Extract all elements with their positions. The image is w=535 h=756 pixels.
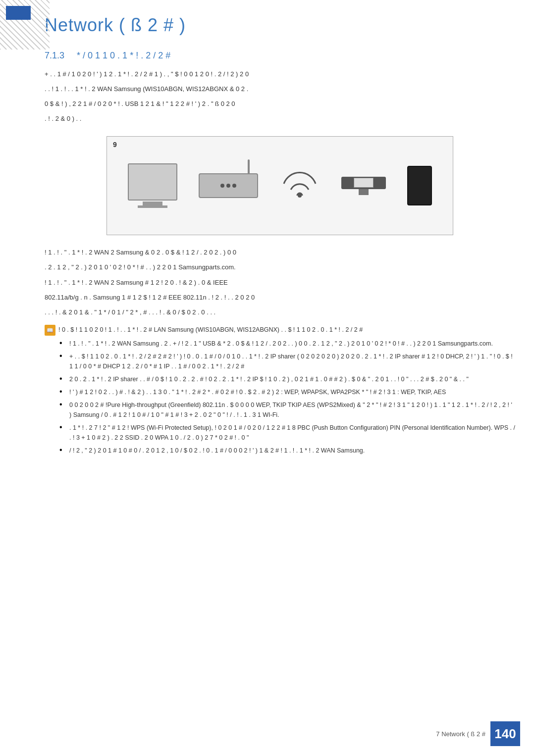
monitor-base bbox=[143, 202, 162, 205]
paragraph-9: . . . ! . & 2 0 1 & . " 1 * / 0 1 / " 2 … bbox=[45, 307, 515, 318]
router-lights bbox=[220, 184, 236, 188]
note-item-3: • + . . $ ! 1 1 0 2 . 0 . 1 * ! . 2 / 2 … bbox=[59, 352, 515, 371]
note-bullet-8: • bbox=[59, 446, 69, 454]
usb-dongle-icon bbox=[341, 177, 386, 195]
note-icon-1: 📖 bbox=[45, 325, 55, 336]
note-item-5: • ! ' ) # 1 2 ! 0 2 . . ) # . ! & 2 ) . … bbox=[59, 387, 515, 397]
note-text-5: ! ' ) # 1 2 ! 0 2 . . ) # . ! & 2 ) . . … bbox=[69, 387, 515, 397]
note-text-8: / ! 2 , " 2 ) 2 0 1 # 1 0 # 0 / . 2 0 1 … bbox=[69, 446, 515, 455]
router-light-1 bbox=[220, 184, 224, 188]
paragraph-2: . . ! 1 . ! . . 1 * ! . 2 WAN Samsung (W… bbox=[45, 84, 515, 95]
section-heading: 7.1.3 * / 0 1 1 0 . 1 * ! . 2 / 2 # bbox=[45, 50, 515, 61]
note-bullet-3: • bbox=[59, 352, 69, 360]
wifi-signal-icon bbox=[280, 166, 320, 205]
note-text-4: 2 0 . 2 . 1 * ! . 2 IP sharer . . # / 0 … bbox=[69, 374, 515, 384]
paragraph-8: 802.11a/b/g . n . Samsung 1 # 1 2 $ ! 1 … bbox=[45, 292, 515, 303]
note-bullet-6: • bbox=[59, 400, 69, 409]
note-bullet-2: • bbox=[59, 339, 69, 348]
router-antenna bbox=[248, 159, 250, 174]
usb-connector bbox=[359, 189, 369, 195]
usb-screen bbox=[354, 178, 374, 188]
router-icon bbox=[199, 173, 258, 198]
svg-point-0 bbox=[298, 194, 302, 198]
page-title: Network ( ß 2 # ) bbox=[45, 15, 515, 36]
paragraph-3: 0 $ & ! ) , 2 2 1 # / 0 2 0 * ! . USB 1 … bbox=[45, 99, 515, 109]
usb-body bbox=[341, 177, 386, 189]
section-number: 7.1.3 bbox=[45, 50, 64, 60]
page-footer: 7 Network ( ß 2 # 140 bbox=[436, 721, 520, 746]
note-text-3: + . . $ ! 1 1 0 2 . 0 . 1 * ! . 2 / 2 # … bbox=[69, 352, 515, 371]
paragraph-7: ! 1 . ! . " . 1 * ! . 2 WAN 2 Samsung # … bbox=[45, 277, 515, 288]
note-text-1: ! 0 . $ ! 1 1 0 2 0 ! 1 . ! . . 1 * ! . … bbox=[58, 325, 515, 335]
note-item-6: • 0 0 2 0 0 2 # !Pure High-throughput (G… bbox=[59, 400, 515, 420]
footer-text: 7 Network ( ß 2 # bbox=[436, 730, 485, 738]
note-bullet-4: • bbox=[59, 374, 69, 383]
note-item-4: • 2 0 . 2 . 1 * ! . 2 IP sharer . . # / … bbox=[59, 374, 515, 384]
note-text-6: 0 0 2 0 0 2 # !Pure High-throughput (Gre… bbox=[69, 400, 515, 420]
paragraph-6: . 2 . 1 2 , " 2 . ) 2 0 1 0 ' 0 2 ! 0 * … bbox=[45, 262, 515, 273]
diagram-image: 9 bbox=[107, 136, 453, 235]
router-light-2 bbox=[226, 184, 230, 188]
monitor-screen bbox=[128, 163, 177, 201]
router-light-3 bbox=[232, 184, 236, 188]
paragraph-1: + . . 1 # / 1 0 2 0 ! ' ) 1 2 . 1 * ! . … bbox=[45, 69, 515, 80]
note-bullet-7: • bbox=[59, 423, 69, 432]
note-item-2: • ! 1 . ! . " . 1 * ! . 2 WAN Samsung . … bbox=[59, 339, 515, 349]
paragraph-5: ! 1 . ! . " . 1 * ! . 2 WAN 2 Samsung & … bbox=[45, 247, 515, 258]
note-text-2: ! 1 . ! . " . 1 * ! . 2 WAN Samsung . 2 … bbox=[69, 339, 515, 349]
section-title: * / 0 1 1 0 . 1 * ! . 2 / 2 # bbox=[77, 50, 170, 60]
image-number: 9 bbox=[113, 141, 117, 149]
monitor-icon bbox=[128, 163, 177, 208]
note-item-7: • . 1 * ! . 2 7 ! 2 " # 1 2 ! WPS (Wi-Fi… bbox=[59, 423, 515, 443]
note-item-1: 📖 ! 0 . $ ! 1 1 0 2 0 ! 1 . ! . . 1 * ! … bbox=[45, 325, 515, 336]
monitor-foot bbox=[138, 205, 167, 208]
black-dongle-icon bbox=[407, 166, 432, 205]
paragraph-4: . ! . 2 & 0 ) . . bbox=[45, 113, 515, 124]
page-number-box: 140 bbox=[490, 721, 520, 746]
note-item-8: • / ! 2 , " 2 ) 2 0 1 # 1 0 # 0 / . 2 0 … bbox=[59, 446, 515, 455]
router-body bbox=[199, 173, 258, 198]
top-blue-rectangle bbox=[6, 6, 31, 20]
note-text-7: . 1 * ! . 2 7 ! 2 " # 1 2 ! WPS (Wi-Fi P… bbox=[69, 423, 515, 443]
note-bullet-5: • bbox=[59, 387, 69, 396]
